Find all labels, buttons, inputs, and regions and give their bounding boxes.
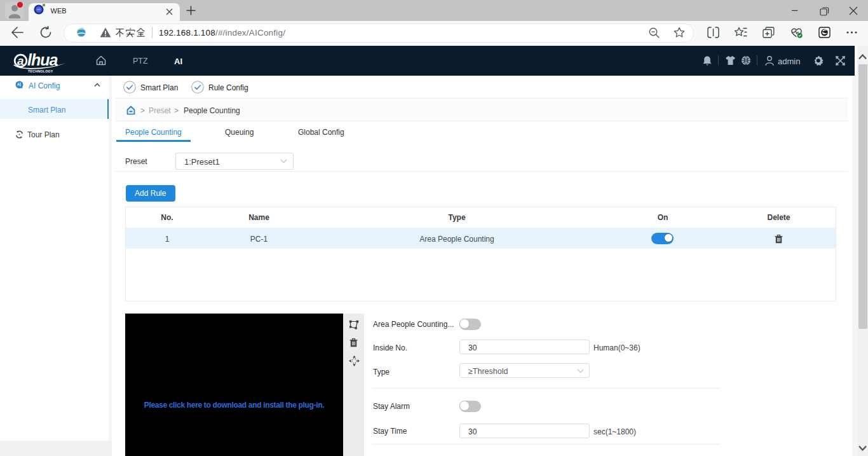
svg-text:TECHNOLOGY: TECHNOLOGY (28, 69, 53, 73)
svg-text:lhua: lhua (27, 51, 58, 69)
svg-text:a: a (17, 54, 24, 67)
